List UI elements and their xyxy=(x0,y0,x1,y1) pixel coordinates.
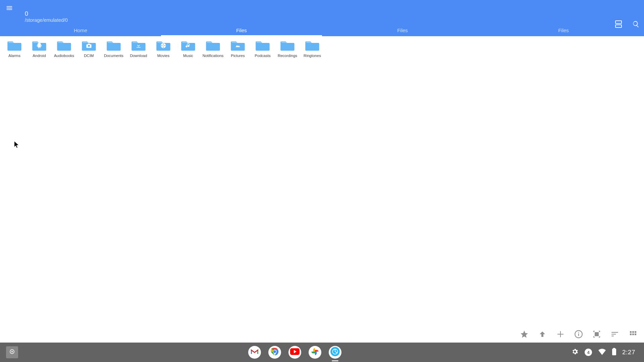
dock-youtube[interactable] xyxy=(288,346,301,359)
folder-notifications[interactable]: Notifications xyxy=(201,38,225,64)
folder-label: Notifications xyxy=(203,54,224,58)
svg-rect-32 xyxy=(612,349,616,355)
svg-rect-5 xyxy=(38,47,39,48)
dock-photos[interactable] xyxy=(309,346,321,359)
title-block: 0 /storage/emulated/0 xyxy=(25,0,68,23)
folder-documents[interactable]: Documents xyxy=(101,38,126,64)
folder-podcasts[interactable]: Podcasts xyxy=(250,38,275,64)
launcher-button[interactable] xyxy=(6,346,18,358)
svg-rect-0 xyxy=(615,21,622,23)
svg-rect-33 xyxy=(613,348,615,349)
camera-icon xyxy=(86,43,92,50)
folder-label: Audiobooks xyxy=(54,54,74,58)
svg-rect-22 xyxy=(632,334,634,335)
dock-gmail[interactable] xyxy=(248,346,261,359)
select-all-button[interactable] xyxy=(592,330,602,340)
android-icon xyxy=(36,43,42,50)
folder-label: Documents xyxy=(104,54,123,58)
sort-button[interactable] xyxy=(610,330,620,340)
wifi-tray[interactable] xyxy=(598,348,606,356)
folder-label: Recordings xyxy=(278,54,297,58)
tab-files-1[interactable]: Files xyxy=(161,24,322,36)
svg-point-11 xyxy=(161,45,162,46)
grid-icon xyxy=(629,330,637,340)
folder-icon xyxy=(305,40,320,52)
notification-tray[interactable]: 4 xyxy=(585,349,592,356)
info-button[interactable] xyxy=(574,330,584,340)
favorite-button[interactable] xyxy=(519,330,529,340)
folder-label: Android xyxy=(33,54,46,58)
arrow-up-icon xyxy=(538,330,546,340)
folder-icon xyxy=(81,40,97,52)
film-icon xyxy=(160,43,166,50)
add-button[interactable] xyxy=(555,330,566,340)
folder-icon xyxy=(56,40,72,52)
system-taskbar: 4 2:27 xyxy=(0,343,644,362)
folder-icon xyxy=(205,40,221,52)
folder-label: Movies xyxy=(157,54,169,58)
svg-rect-16 xyxy=(578,332,579,333)
svg-rect-23 xyxy=(635,334,636,335)
svg-rect-2 xyxy=(38,45,41,48)
svg-point-10 xyxy=(163,47,164,48)
svg-point-7 xyxy=(88,45,90,47)
svg-rect-19 xyxy=(632,331,634,333)
folder-label: Pictures xyxy=(231,54,245,58)
folder-icon xyxy=(32,40,47,52)
folder-ringtones[interactable]: Ringtones xyxy=(300,38,325,64)
folder-icon xyxy=(156,40,171,52)
notification-badge: 4 xyxy=(585,349,592,356)
folder-alarms[interactable]: Alarms xyxy=(2,38,27,64)
mouse-cursor xyxy=(14,141,19,149)
svg-rect-15 xyxy=(578,334,579,336)
folder-music[interactable]: Music xyxy=(176,38,201,64)
folder-label: Download xyxy=(130,54,147,58)
view-grid-button[interactable] xyxy=(628,330,638,340)
svg-rect-3 xyxy=(37,45,38,47)
folder-label: DCIM xyxy=(84,54,94,58)
folder-icon xyxy=(180,40,196,52)
svg-point-28 xyxy=(273,350,276,353)
svg-rect-4 xyxy=(41,45,42,47)
gmail-icon xyxy=(250,348,259,356)
folder-icon xyxy=(230,40,246,52)
folder-path: /storage/emulated/0 xyxy=(25,17,68,23)
folder-download[interactable]: Download xyxy=(126,38,151,64)
svg-point-25 xyxy=(11,351,13,353)
up-button[interactable] xyxy=(537,330,547,340)
tab-home[interactable]: Home xyxy=(0,24,161,36)
folder-audiobooks[interactable]: Audiobooks xyxy=(52,38,76,64)
svg-rect-6 xyxy=(40,47,41,48)
folder-pictures[interactable]: Pictures xyxy=(225,38,250,64)
folder-icon xyxy=(106,40,121,52)
folder-icon xyxy=(131,40,146,52)
youtube-icon xyxy=(290,348,300,356)
app-bar: 0 /storage/emulated/0 Home Files Files F… xyxy=(0,0,644,36)
clock[interactable]: 2:27 xyxy=(622,349,635,356)
svg-point-9 xyxy=(163,44,164,45)
download-icon xyxy=(136,43,142,50)
settings-tray[interactable] xyxy=(571,348,579,357)
dock-files[interactable] xyxy=(329,346,341,359)
folder-label: Alarms xyxy=(8,54,20,58)
folder-label: Music xyxy=(183,54,193,58)
folder-title: 0 xyxy=(25,11,68,17)
svg-point-12 xyxy=(164,45,165,46)
folder-android[interactable]: Android xyxy=(27,38,52,64)
folder-recordings[interactable]: Recordings xyxy=(275,38,300,64)
folder-label: Ringtones xyxy=(304,54,321,58)
dock-chrome[interactable] xyxy=(268,346,281,359)
folder-dcim[interactable]: DCIM xyxy=(76,38,101,64)
svg-rect-20 xyxy=(635,331,636,333)
folder-movies[interactable]: Movies xyxy=(151,38,176,64)
tab-files-2[interactable]: Files xyxy=(322,24,483,36)
hamburger-menu-button[interactable] xyxy=(0,0,19,18)
battery-icon xyxy=(612,348,616,357)
info-icon xyxy=(574,330,583,340)
wifi-icon xyxy=(598,348,606,356)
battery-tray[interactable] xyxy=(612,348,616,357)
folder-grid: AlarmsAndroidAudiobooksDCIMDocumentsDown… xyxy=(0,36,644,66)
tab-files-3[interactable]: Files xyxy=(483,24,644,36)
svg-point-13 xyxy=(163,45,164,46)
appbar-top: 0 /storage/emulated/0 xyxy=(0,0,644,17)
